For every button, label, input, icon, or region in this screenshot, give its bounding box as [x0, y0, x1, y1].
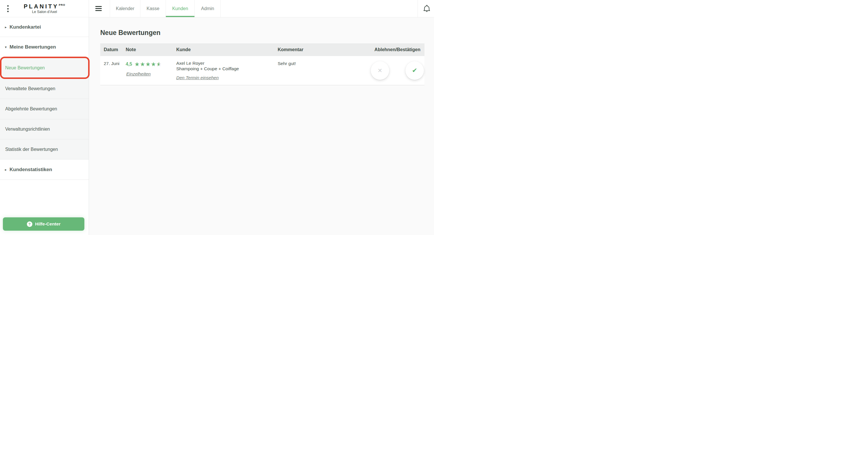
sidebar-item-abgelehnte-bewertungen[interactable]: Abgelehnte Bewertungen	[0, 99, 89, 119]
view-appointment-link[interactable]: Den Termin einsehen	[176, 75, 219, 80]
tab-kalender[interactable]: Kalender	[110, 0, 140, 17]
review-actions-cell: ✕ ✔	[352, 56, 425, 85]
chevron-right-icon: ▸	[5, 168, 9, 172]
notification-bell-icon[interactable]	[423, 4, 431, 13]
tab-kunden[interactable]: Kunden	[165, 0, 194, 17]
rating-value: 4,5	[126, 62, 132, 67]
brand-area: PLANITYPRO Le Salon d'Axel	[0, 0, 89, 17]
col-header-kunde: Kunde	[173, 47, 274, 52]
star-full-icon: ★	[145, 61, 151, 67]
hamburger-menu-icon[interactable]	[95, 6, 102, 11]
col-header-note: Note	[122, 47, 173, 52]
rating-stars: ★ ★ ★ ★ ★★	[134, 61, 162, 67]
sidebar-group-label: Kundenkartei	[9, 24, 41, 30]
details-link[interactable]: Einzelheiten	[126, 71, 151, 77]
topbar-divider	[417, 0, 418, 17]
review-note-cell: 4,5 ★ ★ ★ ★ ★★ Einzelheiten	[122, 56, 173, 85]
confirm-review-button[interactable]: ✔	[405, 61, 424, 80]
chevron-right-icon: ▸	[5, 25, 9, 29]
sidebar-item-verwaltungsrichtlinien[interactable]: Verwaltungsrichtlinien	[0, 119, 89, 139]
sidebar-group-label: Kundenstatistiken	[9, 167, 52, 173]
help-center-label: Hilfe-Center	[35, 222, 61, 227]
customer-name: Axel Le Royer	[176, 60, 274, 66]
customer-service: Shampoing + Coupe + Coiffage	[176, 66, 274, 71]
star-full-icon: ★	[140, 61, 145, 67]
chevron-down-icon: ▾	[5, 45, 9, 49]
star-full-icon: ★	[151, 61, 156, 67]
reviews-table: Datum Note Kunde Kommentar Ablehnen/Best…	[100, 43, 425, 85]
star-half-icon: ★★	[156, 61, 162, 67]
top-bar: PLANITYPRO Le Salon d'Axel Kalender Kass…	[0, 0, 434, 17]
table-header-row: Datum Note Kunde Kommentar Ablehnen/Best…	[100, 43, 425, 56]
planity-logo: PLANITYPRO	[0, 2, 89, 9]
tab-admin[interactable]: Admin	[194, 0, 221, 17]
cross-icon: ✕	[378, 67, 382, 74]
sidebar-item-statistik-der-bewertungen[interactable]: Statistik der Bewertungen	[0, 139, 89, 159]
sidebar-item-verwaltete-bewertungen[interactable]: Verwaltete Bewertungen	[0, 79, 89, 99]
review-date: 27. Juni	[100, 56, 122, 85]
main-content: Neue Bewertungen Datum Note Kunde Kommen…	[89, 17, 434, 235]
star-full-icon: ★	[134, 61, 140, 67]
col-header-ablehnen-bestaetigen: Ablehnen/Bestätigen	[352, 47, 425, 52]
col-header-kommentar: Kommentar	[274, 47, 352, 52]
question-mark-icon: ?	[27, 222, 32, 227]
tab-kasse[interactable]: Kasse	[140, 0, 165, 17]
logo-pro-badge: PRO	[59, 3, 66, 6]
reject-review-button[interactable]: ✕	[371, 61, 389, 80]
logo-block: PLANITYPRO Le Salon d'Axel	[0, 2, 89, 14]
main-nav: Kalender Kasse Kunden Admin	[110, 0, 221, 17]
sidebar: ▸ Kundenkartei ▾ Meine Bewertungen Neue …	[0, 17, 89, 235]
table-row: 27. Juni 4,5 ★ ★ ★ ★ ★★ Einzelheiten Axe…	[100, 56, 425, 85]
check-icon: ✔	[412, 67, 417, 74]
review-comment: Sehr gut!	[274, 56, 352, 85]
sidebar-group-kundenkartei[interactable]: ▸ Kundenkartei	[0, 17, 89, 37]
salon-name: Le Salon d'Axel	[0, 9, 89, 14]
review-customer-cell: Axel Le Royer Shampoing + Coupe + Coiffa…	[173, 56, 274, 85]
page-title: Neue Bewertungen	[100, 29, 434, 37]
sidebar-item-neue-bewertungen[interactable]: Neue Bewertungen	[0, 58, 89, 79]
col-header-datum: Datum	[100, 47, 122, 52]
help-center-button[interactable]: ? Hilfe-Center	[3, 217, 84, 231]
sidebar-group-kundenstatistiken[interactable]: ▸ Kundenstatistiken	[0, 159, 89, 180]
sidebar-group-meine-bewertungen[interactable]: ▾ Meine Bewertungen	[0, 37, 89, 58]
sidebar-group-label: Meine Bewertungen	[9, 44, 56, 50]
